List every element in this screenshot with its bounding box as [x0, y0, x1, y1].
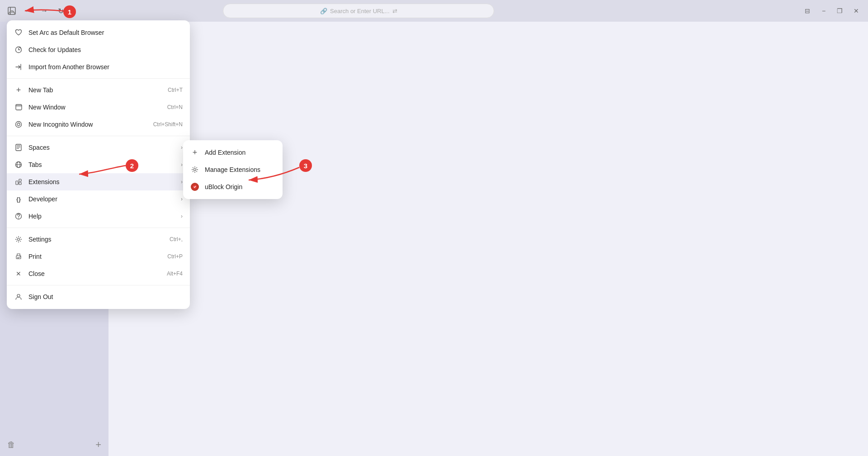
close-shortcut: Alt+F4 [167, 271, 183, 277]
incognito-shortcut: Ctrl+Shift+N [153, 121, 183, 128]
tabs-arrow: › [181, 162, 183, 168]
link-icon: 🔗 [320, 8, 327, 14]
settings-icon [14, 235, 23, 244]
menu-item-new-tab[interactable]: + New Tab Ctrl+T [7, 81, 190, 99]
user-icon [14, 292, 23, 301]
extensions-arrow: › [181, 179, 183, 185]
svg-point-8 [17, 123, 20, 126]
menu-item-sign-out[interactable]: Sign Out [7, 288, 190, 305]
new-tab-label: New Tab [28, 86, 162, 94]
close-x-icon: ✕ [14, 269, 23, 278]
svg-point-19 [18, 218, 19, 218]
menu-item-spaces[interactable]: Spaces › [7, 139, 190, 156]
developer-arrow: › [181, 196, 183, 202]
menu-item-close[interactable]: ✕ Close Alt+F4 [7, 265, 190, 282]
extensions-submenu: + Add Extension Manage Extensions [183, 140, 283, 199]
svg-rect-9 [16, 144, 21, 151]
check-updates-label: Check for Updates [28, 46, 183, 53]
trash-icon[interactable]: 🗑 [7, 440, 15, 450]
main-menu: Set Arc as Default Browser Check for Upd… [7, 20, 190, 309]
menu-item-tabs[interactable]: Tabs › [7, 156, 190, 173]
new-tab-shortcut: Ctrl+T [168, 87, 183, 93]
submenu-item-manage-extensions[interactable]: Manage Extensions [183, 161, 283, 178]
menu-item-print[interactable]: Print Ctrl+P [7, 248, 190, 265]
annotation-badge-1: 1 [63, 5, 76, 18]
browser-chrome: ← → ↻ 🔗 Search or Enter URL... ⇄ ⊟ − ❐ ✕ [0, 0, 868, 22]
window-icon [14, 103, 23, 112]
heart-icon [14, 28, 23, 37]
close-label: Close [28, 270, 161, 277]
divider-1 [7, 78, 190, 79]
new-window-label: New Window [28, 104, 162, 111]
add-extension-icon: + [190, 148, 199, 157]
menu-item-incognito[interactable]: New Incognito Window Ctrl+Shift+N [7, 116, 190, 133]
svg-rect-5 [16, 104, 22, 110]
print-icon [14, 252, 23, 261]
spaces-label: Spaces [28, 144, 175, 151]
forward-button[interactable]: → [38, 5, 51, 17]
import-icon [14, 62, 23, 71]
minimize-button[interactable]: − [817, 5, 830, 17]
tabs-label: Tabs [28, 161, 175, 168]
extensions-label: Extensions [28, 178, 175, 185]
main-menu-container: Set Arc as Default Browser Check for Upd… [7, 20, 190, 309]
main-content [108, 22, 868, 456]
divider-4 [7, 285, 190, 285]
extensions-icon [14, 177, 23, 186]
menu-item-extensions[interactable]: Extensions › [7, 173, 190, 190]
spaces-arrow: › [181, 144, 183, 151]
svg-rect-16 [16, 181, 18, 185]
print-shortcut: Ctrl+P [167, 253, 183, 260]
url-bar[interactable]: 🔗 Search or Enter URL... ⇄ [223, 4, 494, 18]
close-button[interactable]: ✕ [850, 5, 863, 17]
updates-icon [14, 45, 23, 54]
menu-item-check-updates[interactable]: Check for Updates [7, 41, 190, 58]
plus-icon: + [14, 86, 23, 95]
svg-rect-18 [19, 182, 21, 185]
svg-point-26 [17, 294, 20, 297]
sidebar-bottom-bar: 🗑 + [0, 433, 108, 456]
new-window-shortcut: Ctrl+N [167, 104, 183, 110]
menu-item-set-default[interactable]: Set Arc as Default Browser [7, 24, 190, 41]
add-tab-button[interactable]: + [95, 439, 101, 451]
menu-item-new-window[interactable]: New Window Ctrl+N [7, 99, 190, 116]
submenu-item-ublk[interactable]: uBlock Origin [183, 178, 283, 195]
menu-item-import[interactable]: Import from Another Browser [7, 58, 190, 76]
annotation-badge-2: 2 [126, 159, 138, 172]
tabs-icon [14, 160, 23, 169]
ublk-label: uBlock Origin [205, 183, 242, 190]
divider-3 [7, 228, 190, 228]
annotation-badge-3: 3 [299, 159, 312, 172]
svg-point-25 [20, 256, 21, 257]
help-label: Help [28, 213, 175, 220]
window-controls: ⊟ − ❐ ✕ [801, 5, 863, 17]
import-label: Import from Another Browser [28, 63, 183, 71]
settings-shortcut: Ctrl+, [170, 236, 183, 242]
maximize-button[interactable]: ❐ [834, 5, 846, 17]
help-icon [14, 212, 23, 221]
transfer-icon: ⇄ [392, 8, 397, 14]
incognito-icon [14, 120, 23, 129]
arc-menu-button[interactable] [5, 5, 18, 17]
help-arrow: › [181, 213, 183, 219]
svg-rect-17 [19, 179, 21, 181]
menu-item-developer[interactable]: {} Developer › [7, 190, 190, 208]
menu-item-help[interactable]: Help › [7, 208, 190, 225]
sign-out-label: Sign Out [28, 293, 183, 300]
print-label: Print [28, 253, 162, 260]
svg-point-27 [194, 169, 196, 171]
svg-point-7 [16, 122, 22, 128]
developer-label: Developer [28, 195, 175, 203]
settings-label: Settings [28, 236, 164, 243]
spaces-icon [14, 143, 23, 152]
add-extension-label: Add Extension [205, 149, 245, 156]
developer-icon: {} [14, 195, 23, 204]
divider-2 [7, 136, 190, 136]
svg-point-21 [18, 238, 20, 241]
menu-item-settings[interactable]: Settings Ctrl+, [7, 231, 190, 248]
back-button[interactable]: ← [22, 5, 34, 17]
sidebar-right-button[interactable]: ⊟ [801, 5, 814, 17]
extensions-submenu-container: + Add Extension Manage Extensions [183, 140, 283, 199]
manage-extensions-icon [190, 165, 199, 174]
submenu-item-add-extension[interactable]: + Add Extension [183, 144, 283, 161]
